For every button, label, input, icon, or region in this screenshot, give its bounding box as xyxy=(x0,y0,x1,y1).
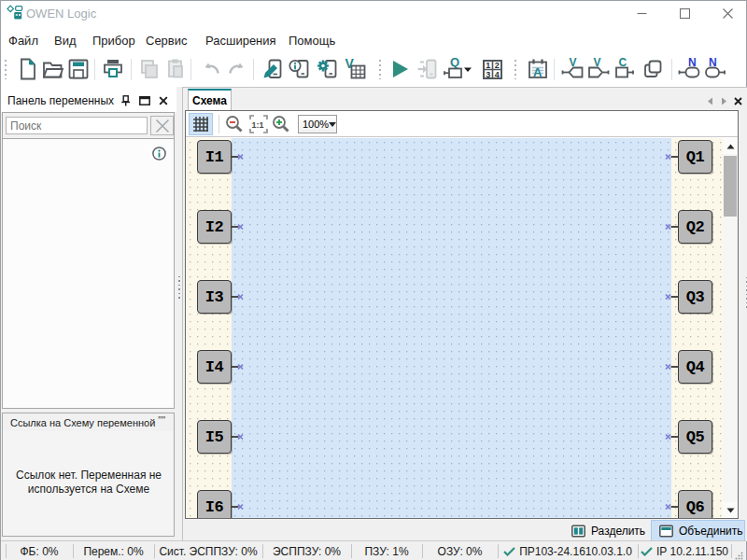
split-view-button[interactable]: Разделить xyxy=(564,520,653,541)
undo-button-disabled xyxy=(198,56,224,82)
grid-icon xyxy=(193,117,208,132)
output-block-q4[interactable]: Q4 xyxy=(678,350,712,384)
info-icon xyxy=(152,147,166,161)
insert-network-output-button[interactable]: N xyxy=(702,56,728,82)
run-simulation-button[interactable] xyxy=(387,56,413,82)
status-separator xyxy=(731,544,732,558)
undo-icon xyxy=(199,57,223,81)
zoom-in-button[interactable] xyxy=(270,113,292,135)
pin-panel-button[interactable] xyxy=(119,93,134,108)
insert-input-variable-button[interactable]: V xyxy=(559,56,585,82)
schema-canvas[interactable]: I1 I2 I3 I4 I5 I6 Q1 Q2 Q3 Q4 Q5 Q6 xyxy=(186,138,723,518)
toolbar-separator xyxy=(253,59,254,80)
open-project-button[interactable] xyxy=(40,56,66,82)
insert-delay-blocks-button[interactable] xyxy=(640,56,666,82)
schema-editor: 1:1 100% xyxy=(185,110,739,519)
display-block-button[interactable]: Q xyxy=(442,56,473,82)
maximize-button[interactable] xyxy=(669,1,700,25)
device-settings-button[interactable] xyxy=(315,56,341,82)
menu-view[interactable]: Вид xyxy=(54,32,77,49)
print-button[interactable] xyxy=(100,56,126,82)
output-block-q5[interactable]: Q5 xyxy=(678,420,712,454)
output-block-q6[interactable]: Q6 xyxy=(678,490,712,518)
toolbar-separator xyxy=(94,59,95,80)
toolbar-grip[interactable] xyxy=(5,60,7,79)
output-block-q3[interactable]: Q3 xyxy=(678,280,712,314)
close-button[interactable] xyxy=(712,1,743,25)
input-block-i3[interactable]: I3 xyxy=(197,280,232,314)
tab-scroll-right-button[interactable] xyxy=(717,94,730,107)
merge-view-button[interactable]: Объединить xyxy=(651,520,745,541)
input-variable-icon: V xyxy=(560,57,585,81)
title-bar: OWEN Logic xyxy=(1,1,746,26)
insert-network-input-button[interactable]: N xyxy=(676,56,702,82)
arrow-up-icon xyxy=(726,144,735,149)
menu-device[interactable]: Прибор xyxy=(92,32,135,49)
input-block-i2[interactable]: I2 xyxy=(197,210,232,244)
insert-constant-button[interactable]: C xyxy=(612,56,638,82)
insert-output-variable-button[interactable]: V xyxy=(585,56,612,82)
scroll-down-button[interactable] xyxy=(723,502,738,518)
resize-grip-icon xyxy=(735,552,743,560)
save-project-button[interactable] xyxy=(65,56,92,82)
arrow-down-icon xyxy=(726,508,735,513)
paste-icon xyxy=(163,57,188,81)
zoom-out-button[interactable] xyxy=(223,113,246,135)
toolbar-grip[interactable] xyxy=(514,60,516,79)
minimize-icon xyxy=(637,8,647,19)
collapsed-panel-strip[interactable] xyxy=(742,88,747,520)
resize-grip[interactable] xyxy=(735,550,743,558)
minimize-button[interactable] xyxy=(626,1,657,25)
input-block-i6[interactable]: I6 xyxy=(197,490,232,518)
edit-device-icon xyxy=(261,57,285,81)
quad-display-icon: 1 2 3 4 xyxy=(480,57,504,81)
close-icon xyxy=(723,8,733,19)
scroll-up-button[interactable] xyxy=(723,138,738,154)
maximize-icon xyxy=(680,8,690,19)
menu-help[interactable]: Помощь xyxy=(289,32,335,49)
output-block-q1[interactable]: Q1 xyxy=(678,140,712,174)
document-pane: Схема xyxy=(182,87,747,540)
edit-device-button[interactable] xyxy=(260,56,286,82)
vertical-scrollbar[interactable] xyxy=(723,138,738,518)
split-view-label: Разделить xyxy=(591,525,645,538)
upload-to-device-button-disabled xyxy=(415,56,441,82)
menu-service[interactable]: Сервис xyxy=(146,32,188,49)
clear-search-button[interactable] xyxy=(150,116,174,135)
output-block-q2[interactable]: Q2 xyxy=(678,210,712,244)
save-icon xyxy=(66,57,91,81)
menu-file[interactable]: Файл xyxy=(8,32,38,49)
device-info-button[interactable] xyxy=(287,56,313,82)
delay-blocks-icon xyxy=(641,57,665,81)
menu-extensions[interactable]: Расширения xyxy=(205,32,276,49)
rtc-calendar-button[interactable]: A xyxy=(525,56,551,82)
status-variables: Перем.: 0% xyxy=(73,544,154,558)
check-icon xyxy=(641,547,653,556)
variables-table-button[interactable]: V xyxy=(343,56,369,82)
status-ram: ОЗУ: 0% xyxy=(422,544,498,558)
new-project-button[interactable] xyxy=(15,56,41,82)
window-title: OWEN Logic xyxy=(26,7,96,21)
paste-button-disabled xyxy=(162,56,189,82)
toolbar-separator xyxy=(131,59,132,80)
zoom-fit-button[interactable]: 1:1 xyxy=(247,113,270,135)
variables-list[interactable] xyxy=(2,138,175,409)
toolbar-grip[interactable] xyxy=(379,60,381,79)
calendar-icon: A xyxy=(526,57,550,81)
quad-display-button[interactable]: 1 2 3 4 xyxy=(479,56,505,82)
float-panel-button[interactable] xyxy=(137,93,152,108)
tab-schema[interactable]: Схема xyxy=(188,89,232,110)
info-button[interactable] xyxy=(152,147,166,161)
zoom-level-combobox[interactable]: 100% xyxy=(298,115,337,133)
print-icon xyxy=(101,57,125,81)
close-panel-button[interactable] xyxy=(156,93,171,108)
zoom-level-value: 100% xyxy=(299,119,329,130)
input-block-i1[interactable]: I1 xyxy=(197,140,232,174)
new-file-icon xyxy=(16,57,40,81)
input-block-i5[interactable]: I5 xyxy=(197,420,232,454)
scrollbar-thumb[interactable] xyxy=(724,156,737,217)
input-block-i4[interactable]: I4 xyxy=(197,350,232,384)
tab-scroll-left-button[interactable] xyxy=(703,94,716,107)
toggle-grid-button[interactable] xyxy=(189,113,213,135)
search-input[interactable] xyxy=(6,117,148,134)
